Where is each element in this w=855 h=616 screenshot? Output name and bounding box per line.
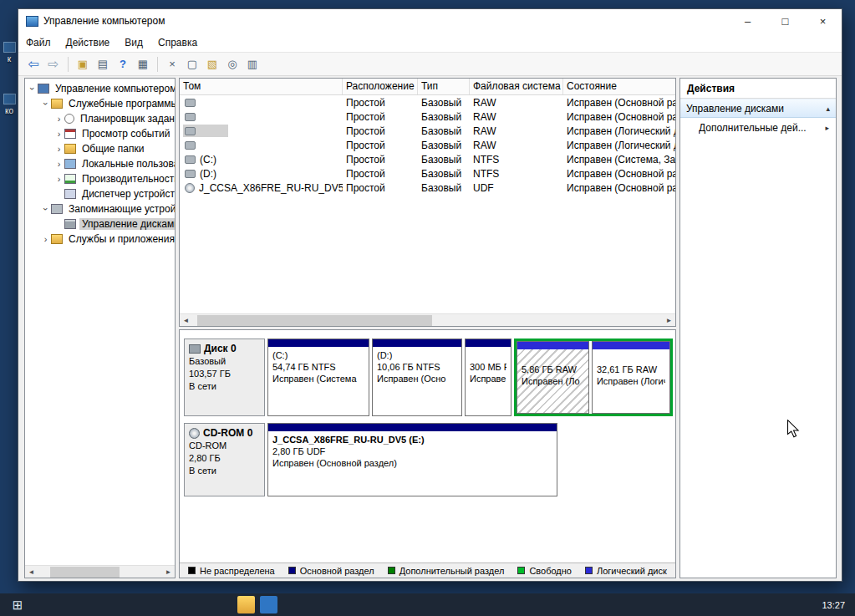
tree-item-device-manager[interactable]: Диспетчер устройств (25, 186, 175, 201)
open-icon[interactable]: ▧ (203, 55, 221, 74)
tree-item-storage[interactable]: Запоминающие устройст (25, 201, 175, 216)
volume-status: Исправен (Основной разд (563, 95, 675, 109)
menu-help[interactable]: Справка (150, 37, 205, 48)
column-header-filesystem[interactable]: Файловая система (470, 79, 563, 94)
column-header-type[interactable]: Тип (418, 79, 470, 94)
back-icon[interactable]: ⇦ (24, 55, 43, 74)
export-list-icon[interactable]: ▤ (94, 55, 112, 74)
volume-layout: Простой (343, 109, 418, 124)
column-header-volume[interactable]: Том (180, 79, 343, 94)
taskbar-app-icon[interactable] (260, 596, 277, 613)
desktop-icon[interactable]: к (1, 42, 18, 64)
scroll-left-icon[interactable] (180, 314, 192, 327)
volume-name: J_CCSA_X86FRE_RU-RU_DV5 (E:) (199, 182, 343, 194)
chevron-collapsed-icon[interactable] (54, 111, 64, 126)
volume-row-selected[interactable]: Простой Базовый RAW Исправен (Логический… (180, 124, 675, 138)
minimize-button[interactable]: – (729, 9, 766, 33)
volume-type: Базовый (418, 124, 470, 138)
partition-name: (D:) (377, 349, 457, 361)
tree-item-label: Службы и приложения (66, 233, 175, 245)
partition-size: 2,80 ГБ UDF (272, 445, 552, 457)
show-console-tree-icon[interactable]: ▣ (74, 55, 92, 74)
taskbar-clock[interactable]: 13:27 (822, 593, 845, 616)
chevron-expanded-icon[interactable] (41, 201, 50, 216)
partition-color-strip (593, 342, 669, 349)
extended-partition: 5,86 ГБ RAW Исправен (Ло 32,61 Г (514, 339, 673, 416)
menu-file[interactable]: Файл (18, 37, 59, 48)
volume-row[interactable]: Простой Базовый RAW Исправен (Основной р… (180, 109, 675, 124)
cdrom-icon (189, 428, 200, 439)
tree-item-performance[interactable]: Производительность (25, 171, 175, 186)
file-explorer-icon[interactable] (237, 596, 255, 613)
properties-icon[interactable]: ▦ (134, 55, 152, 74)
actions-more-actions[interactable]: Дополнительные дей... ▸ (680, 118, 836, 137)
partition-logical-selected[interactable]: 5,86 ГБ RAW Исправен (Ло (517, 341, 589, 414)
column-header-status[interactable]: Состояние (563, 79, 675, 94)
scrollbar-thumb[interactable] (50, 567, 120, 578)
volume-layout: Простой (343, 181, 418, 195)
tree-item-services-apps[interactable]: Службы и приложения (25, 232, 175, 247)
partition-status: Исправен (Логиче (597, 375, 665, 387)
volume-row-e[interactable]: J_CCSA_X86FRE_RU-RU_DV5 (E:) Простой Баз… (180, 181, 675, 195)
forward-icon[interactable]: ⇨ (44, 55, 63, 74)
device-manager-icon (64, 189, 76, 199)
column-header-layout[interactable]: Расположение (343, 79, 418, 94)
volume-row[interactable]: Простой Базовый RAW Исправен (Основной р… (180, 95, 675, 109)
volume-row-c[interactable]: (C:) Простой Базовый NTFS Исправен (Сист… (180, 152, 675, 166)
arrow-right-icon: ▸ (825, 124, 829, 132)
partition-d[interactable]: (D:) 10,06 ГБ NTFS Исправен (Осно (372, 339, 462, 416)
delete-icon[interactable]: × (163, 55, 181, 74)
cdrom-0-partitions: J_CCSA_X86FRE_RU-RU_DV5 (E:) 2,80 ГБ UDF… (267, 423, 673, 496)
maximize-button[interactable]: □ (766, 9, 804, 33)
scroll-left-icon[interactable] (25, 566, 38, 578)
chevron-up-icon[interactable]: ▴ (826, 104, 830, 113)
tree-item-label: Просмотр событий (79, 128, 172, 140)
scrollbar-track (38, 566, 162, 578)
chevron-collapsed-icon[interactable] (54, 141, 64, 156)
scroll-right-icon[interactable] (162, 566, 175, 578)
actions-section-disk-management[interactable]: Управление дисками ▴ (680, 99, 836, 118)
tree-item-label: Запоминающие устройст (66, 203, 175, 215)
menu-action[interactable]: Действие (59, 37, 118, 48)
scroll-right-icon[interactable] (663, 314, 675, 327)
new-window-icon[interactable]: ▢ (183, 55, 201, 74)
partition-name (597, 352, 665, 364)
volume-list: Том Расположение Тип Файловая система Со… (179, 78, 676, 327)
find-icon[interactable]: ◎ (223, 55, 242, 74)
volume-status: Исправен (Логический ди (563, 138, 675, 152)
partition-c[interactable]: (C:) 54,74 ГБ NTFS Исправен (Система (267, 339, 369, 416)
tree-item-shared-folders[interactable]: Общие папки (25, 141, 175, 156)
disk-0-label[interactable]: Диск 0 Базовый 103,57 ГБ В сети (184, 339, 265, 416)
tree-item-local-users[interactable]: Локальные пользовате (25, 156, 175, 171)
chevron-expanded-icon[interactable] (28, 81, 37, 96)
titlebar[interactable]: Управление компьютером – □ × (18, 9, 842, 33)
tree-item-system-tools[interactable]: Служебные программы (25, 96, 175, 111)
scrollbar-thumb[interactable] (197, 315, 433, 326)
help-icon[interactable]: ? (114, 55, 132, 74)
chevron-collapsed-icon[interactable] (54, 126, 64, 141)
tree-item-disk-management[interactable]: Управление дисками (25, 216, 175, 232)
menu-view[interactable]: Вид (117, 37, 150, 48)
chevron-collapsed-icon[interactable] (41, 232, 50, 247)
partition-system-reserved[interactable]: 300 МБ R Исправе (465, 339, 511, 416)
partition-logical[interactable]: 32,61 ГБ RAW Исправен (Логиче (592, 341, 670, 414)
tree-item-event-viewer[interactable]: Просмотр событий (25, 126, 175, 141)
volume-type: Базовый (418, 181, 470, 195)
close-button[interactable]: × (804, 9, 842, 33)
chevron-expanded-icon[interactable] (41, 96, 50, 111)
partition-name (522, 352, 584, 364)
report-icon[interactable]: ▥ (243, 55, 262, 74)
volume-row-d[interactable]: (D:) Простой Базовый NTFS Исправен (Осно… (180, 166, 675, 181)
chevron-collapsed-icon[interactable] (54, 156, 64, 171)
disk-type: CD-ROM (189, 440, 260, 452)
partition-e-cdrom[interactable]: J_CCSA_X86FRE_RU-RU_DV5 (E:) 2,80 ГБ UDF… (267, 423, 557, 496)
volume-name: (D:) (200, 168, 216, 180)
desktop-icon[interactable]: ко (1, 94, 18, 115)
tree-item-task-scheduler[interactable]: Планировщик заданий (25, 111, 175, 126)
volume-type: Базовый (418, 138, 470, 152)
volume-row[interactable]: Простой Базовый RAW Исправен (Логический… (180, 138, 675, 152)
cdrom-0-label[interactable]: CD-ROM 0 CD-ROM 2,80 ГБ В сети (184, 423, 265, 496)
tree-item-computer-management[interactable]: Управление компьютером (л (25, 81, 175, 96)
start-button[interactable]: ⊞ (0, 593, 35, 616)
chevron-collapsed-icon[interactable] (54, 171, 64, 186)
